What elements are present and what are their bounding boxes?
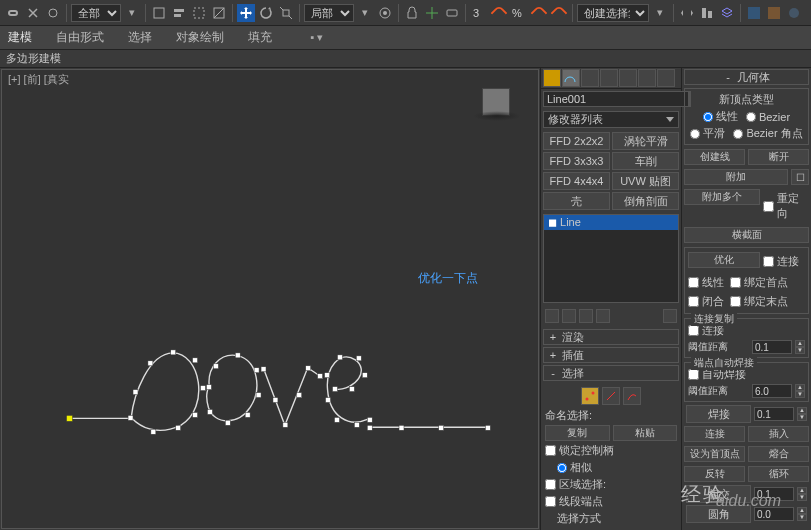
motion-tab-icon[interactable] <box>600 69 618 87</box>
ref-coord-icon[interactable]: ▾ <box>356 4 374 22</box>
area-sel-cb[interactable] <box>545 479 556 490</box>
tab-objpaint[interactable]: 对象绘制 <box>176 29 224 46</box>
weld-button[interactable]: 焊接 <box>686 405 751 423</box>
attach-mult-button[interactable]: 附加多个 <box>684 189 760 205</box>
fillet-input[interactable] <box>754 507 794 521</box>
snap-angle-icon[interactable] <box>490 4 508 22</box>
spline-subobj-icon[interactable] <box>623 387 641 405</box>
modify-tab-icon[interactable] <box>562 69 580 87</box>
hierarchy-tab-icon[interactable] <box>581 69 599 87</box>
center-icon[interactable] <box>376 4 394 22</box>
insert-button[interactable]: 插入 <box>748 426 809 442</box>
scale-icon[interactable] <box>277 4 295 22</box>
filter-dd-icon[interactable]: ▾ <box>123 4 141 22</box>
roll-selection[interactable]: -选择 <box>543 365 679 381</box>
opt-linear-cb[interactable] <box>688 277 699 288</box>
reorient-cb[interactable] <box>763 201 774 212</box>
btn-uvwmap[interactable]: UVW 贴图 <box>612 172 679 190</box>
vertex-subobj-icon[interactable] <box>581 387 599 405</box>
cycle-button[interactable]: 循环 <box>748 466 809 482</box>
snap-spinner-icon[interactable] <box>550 4 568 22</box>
viewport[interactable]: [+] [前] [真实 优化一下点 <box>1 69 539 529</box>
layers-icon[interactable] <box>718 4 736 22</box>
btn-lathe[interactable]: 车削 <box>612 152 679 170</box>
thresh-dist-input[interactable] <box>752 340 792 354</box>
sel-lock-icon[interactable] <box>403 4 421 22</box>
snap-3d-icon[interactable]: 3 <box>470 4 488 22</box>
thresh-dist2-input[interactable] <box>752 384 792 398</box>
move-icon[interactable] <box>237 4 255 22</box>
btn-ffd222[interactable]: FFD 2x2x2 <box>543 132 610 150</box>
connect-button[interactable]: 连接 <box>684 426 745 442</box>
opt-connect-cb[interactable] <box>763 256 774 267</box>
roll-interpolation[interactable]: +插值 <box>543 347 679 363</box>
schematic-icon[interactable] <box>765 4 783 22</box>
utilities-tab-icon[interactable] <box>638 69 656 87</box>
cross-button[interactable]: 相交 <box>686 485 751 503</box>
select-name-icon[interactable] <box>170 4 188 22</box>
optimize-button[interactable]: 优化 <box>688 252 760 268</box>
roll-rendering[interactable]: +渲染 <box>543 329 679 345</box>
tab-freeform[interactable]: 自由形式 <box>56 29 104 46</box>
bind-icon[interactable] <box>44 4 62 22</box>
btn-bevelprofile[interactable]: 倒角剖面 <box>612 192 679 210</box>
up-icon[interactable]: ▲ <box>795 340 805 347</box>
select-rect-icon[interactable] <box>150 4 168 22</box>
similar-radio[interactable] <box>557 463 567 473</box>
ribbon-min-icon[interactable]: ▪ ▾ <box>308 29 326 47</box>
scope-select-2[interactable]: 局部 <box>304 4 354 22</box>
cross-section-button[interactable]: 横截面 <box>684 227 809 243</box>
reverse-button[interactable]: 反转 <box>684 466 745 482</box>
opt-bindfirst-cb[interactable] <box>730 277 741 288</box>
object-name-input[interactable] <box>543 91 689 107</box>
tab-selection[interactable]: 选择 <box>128 29 152 46</box>
attach-button[interactable]: 附加 <box>684 169 788 185</box>
btn-shell[interactable]: 壳 <box>543 192 610 210</box>
opt-closed-cb[interactable] <box>688 296 699 307</box>
break-button[interactable]: 断开 <box>748 149 809 165</box>
dn-icon[interactable]: ▼ <box>795 347 805 354</box>
snap-pct-icon[interactable]: % <box>510 4 528 22</box>
keymode-icon[interactable] <box>443 4 461 22</box>
weld-input[interactable] <box>754 407 794 421</box>
named-sel-set[interactable]: 创建选择集 <box>577 4 649 22</box>
curve-editor-icon[interactable] <box>745 4 763 22</box>
btn-turbosmooth[interactable]: 涡轮平滑 <box>612 132 679 150</box>
align-icon[interactable] <box>698 4 716 22</box>
roll-geometry[interactable]: -几何体 <box>684 69 809 85</box>
cross-input[interactable] <box>754 487 794 501</box>
fuse-button[interactable]: 熔合 <box>748 446 809 462</box>
opt-bindlast-cb[interactable] <box>730 296 741 307</box>
tab-modeling[interactable]: 建模 <box>8 29 32 46</box>
vtx-bezcorner-radio[interactable] <box>733 129 743 139</box>
create-line-button[interactable]: 创建线 <box>684 149 745 165</box>
show-end-icon[interactable] <box>562 309 576 323</box>
vtx-bezier-radio[interactable] <box>746 112 756 122</box>
auto-weld-cb[interactable] <box>688 369 699 380</box>
create-tab-icon[interactable] <box>543 69 561 87</box>
snap-angle2-icon[interactable] <box>530 4 548 22</box>
seg-end-cb[interactable] <box>545 496 556 507</box>
make-unique-icon[interactable] <box>579 309 593 323</box>
select-region-icon[interactable] <box>190 4 208 22</box>
extra-tab-icon[interactable] <box>657 69 675 87</box>
named-sel-dd-icon[interactable]: ▾ <box>651 4 669 22</box>
mat-editor-icon[interactable] <box>785 4 803 22</box>
conn-copy-cb[interactable] <box>688 325 699 336</box>
attach-opt-button[interactable]: ☐ <box>791 169 809 185</box>
btn-ffd333[interactable]: FFD 3x3x3 <box>543 152 610 170</box>
manip-icon[interactable] <box>423 4 441 22</box>
window-crossing-icon[interactable] <box>210 4 228 22</box>
stack-item-line[interactable]: ◼ Line <box>544 215 678 230</box>
segment-subobj-icon[interactable] <box>602 387 620 405</box>
pin-stack-icon[interactable] <box>545 309 559 323</box>
lock-handles-cb[interactable] <box>545 445 556 456</box>
tab-populate[interactable]: 填充 <box>248 29 272 46</box>
remove-mod-icon[interactable] <box>596 309 610 323</box>
paste-button[interactable]: 粘贴 <box>613 425 678 441</box>
copy-button[interactable]: 复制 <box>545 425 610 441</box>
rotate-icon[interactable] <box>257 4 275 22</box>
modifier-list-dropdown[interactable]: 修改器列表 <box>543 111 679 128</box>
mirror-icon[interactable] <box>678 4 696 22</box>
link-icon[interactable] <box>4 4 22 22</box>
